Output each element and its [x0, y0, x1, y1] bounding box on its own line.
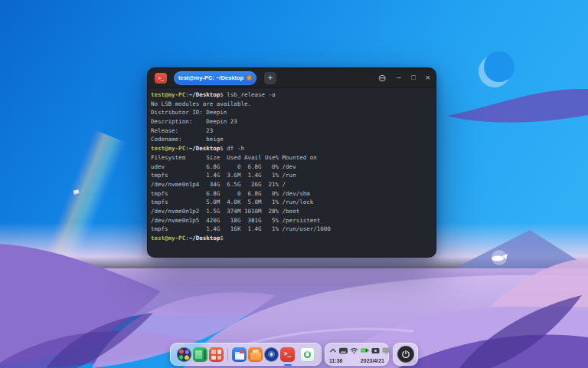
clock-date[interactable]: 2023/4/21: [361, 358, 384, 363]
file-manager-icon[interactable]: [232, 347, 247, 362]
dock: [170, 343, 322, 366]
maximize-icon[interactable]: □: [411, 74, 415, 82]
terminal-line: Distributor ID: Deepin: [151, 108, 434, 117]
app-store-icon[interactable]: [248, 347, 263, 362]
clock-time[interactable]: 11:36: [329, 358, 343, 363]
active-app-indicator: [284, 364, 292, 366]
wifi-icon[interactable]: [350, 347, 358, 354]
terminal-window: test@my-PC: ~/Desktop + ⊖ − □ × test@my-…: [147, 67, 436, 258]
terminal-line: udev 6.8G 0 6.8G 0% /dev: [151, 163, 434, 172]
close-icon[interactable]: ×: [426, 74, 430, 82]
terminal-tab[interactable]: test@my-PC: ~/Desktop: [174, 71, 256, 85]
desktop: test@my-PC: ~/Desktop + ⊖ − □ × test@my-…: [0, 0, 588, 368]
system-tray: 11:36 2023/4/21: [325, 343, 389, 366]
battery-icon[interactable]: [361, 347, 369, 354]
window-menu-icon[interactable]: ⊖: [378, 74, 387, 82]
launcher-icon[interactable]: [177, 347, 191, 362]
capture-icon[interactable]: [371, 347, 380, 354]
trash-icon[interactable]: [300, 347, 315, 362]
terminal-line: No LSB modules are available.: [151, 100, 434, 109]
terminal-titlebar[interactable]: test@my-PC: ~/Desktop + ⊖ − □ ×: [148, 68, 436, 88]
keyboard-icon[interactable]: [339, 347, 348, 354]
terminal-content[interactable]: test@my-PC:~/Desktop$ lsb_release -aNo L…: [148, 88, 436, 257]
tray-datetime-row: 11:36 2023/4/21: [329, 358, 384, 363]
terminal-app-icon: [155, 73, 167, 84]
window-controls: ⊖ − □ ×: [378, 74, 430, 82]
terminal-line: /dev/nvme0n1p4 34G 6.5G 26G 21% /: [151, 180, 434, 189]
terminal-line: tmpfs 1.4G 3.6M 1.4G 1% /run: [151, 171, 434, 180]
power-icon: [397, 346, 414, 363]
terminal-line: Release: 23: [151, 127, 434, 136]
terminal-line: test@my-PC:~/Desktop$ lsb_release -a: [151, 90, 434, 100]
expand-icon[interactable]: [329, 347, 337, 354]
terminal-line: Filesystem Size Used Avail Use% Mounted …: [151, 153, 434, 163]
browser-icon[interactable]: [264, 347, 279, 362]
terminal-line: Codename: beige: [151, 135, 434, 144]
minimize-icon[interactable]: −: [397, 74, 401, 82]
apps-grid-icon[interactable]: [209, 347, 224, 362]
terminal-icon[interactable]: [280, 347, 295, 362]
terminal-line: Description: Deepin 23: [151, 117, 434, 127]
terminal-line: tmpfs 5.0M 4.0K 5.0M 1% /run/lock: [151, 198, 434, 207]
tab-title: test@my-PC: ~/Desktop: [178, 74, 243, 81]
terminal-line: tmpfs 6.8G 0 6.8G 0% /dev/shm: [151, 189, 434, 199]
manual-icon[interactable]: [193, 347, 207, 362]
power-button[interactable]: [393, 343, 418, 366]
tray-icons-row: [329, 347, 384, 354]
terminal-line: test@my-PC:~/Desktop$ df -h: [151, 144, 434, 153]
collaboration-icon[interactable]: [382, 347, 390, 354]
terminal-line: test@my-PC:~/Desktop$: [151, 234, 434, 243]
terminal-line: /dev/nvme0n1p2 1.5G 374M 1010M 28% /boot: [151, 207, 434, 216]
terminal-line: /dev/nvme0n1p5 420G 18G 381G 5% /persist…: [151, 216, 434, 225]
terminal-line: tmpfs 1.4G 16K 1.4G 1% /run/user/1000: [151, 225, 434, 234]
tab-close-icon[interactable]: [247, 75, 252, 80]
dock-separator: [227, 348, 228, 360]
new-tab-button[interactable]: +: [264, 72, 276, 84]
